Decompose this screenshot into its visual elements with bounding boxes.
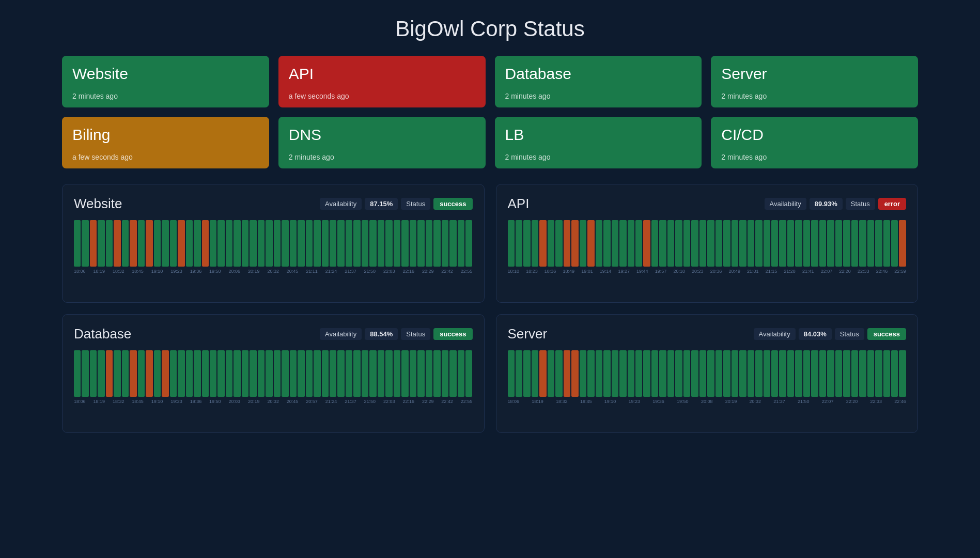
chart-bar xyxy=(883,350,890,397)
chart-time-labels: 18:1018:2318:3618:4919:0119:1419:2719:44… xyxy=(508,269,907,276)
status-card-name: API xyxy=(289,65,475,83)
chart-bar xyxy=(779,350,786,397)
chart-bar xyxy=(210,350,216,397)
chart-label: 20:49 xyxy=(728,269,740,274)
availability-value: 84.03% xyxy=(799,328,832,340)
chart-bar xyxy=(330,220,336,267)
chart-header: Server Availability 84.03% Status succes… xyxy=(508,326,907,342)
chart-bar xyxy=(532,220,538,267)
chart-bar xyxy=(210,220,216,267)
chart-bar xyxy=(138,220,145,267)
availability-label: Availability xyxy=(320,198,362,210)
chart-label: 19:50 xyxy=(677,399,689,404)
chart-bar xyxy=(555,350,562,397)
chart-bar xyxy=(580,350,586,397)
chart-bar xyxy=(787,220,794,267)
chart-bar xyxy=(635,220,642,267)
status-card-time: a few seconds ago xyxy=(72,153,259,161)
chart-bar xyxy=(564,220,570,267)
chart-label: 21:37 xyxy=(345,399,356,404)
chart-bar xyxy=(771,220,778,267)
chart-label: 19:50 xyxy=(209,269,221,274)
status-card-time: a few seconds ago xyxy=(289,92,475,100)
chart-label: 18:19 xyxy=(93,269,105,274)
chart-bar xyxy=(612,350,618,397)
chart-bar xyxy=(449,350,456,397)
chart-bar xyxy=(282,350,288,397)
chart-bar xyxy=(539,220,546,267)
chart-bar xyxy=(314,350,320,397)
chart-label: 22:20 xyxy=(846,399,858,404)
chart-bar xyxy=(596,350,602,397)
chart-bar xyxy=(130,220,136,267)
chart-bars xyxy=(74,220,473,267)
availability-value: 88.54% xyxy=(365,328,398,340)
chart-bar xyxy=(764,220,770,267)
chart-bar xyxy=(465,220,472,267)
chart-label: 19:36 xyxy=(652,399,664,404)
chart-bar xyxy=(691,220,698,267)
chart-label: 18:45 xyxy=(132,399,144,404)
chart-bar xyxy=(258,220,265,267)
status-card-name: DNS xyxy=(289,126,475,144)
chart-bar xyxy=(449,220,456,267)
status-value: error xyxy=(878,198,906,210)
chart-label: 22:59 xyxy=(894,269,906,274)
chart-bar xyxy=(603,220,610,267)
chart-bar xyxy=(827,220,834,267)
chart-bar xyxy=(875,220,882,267)
chart-bar xyxy=(508,350,515,397)
chart-bar xyxy=(835,220,842,267)
chart-bar xyxy=(282,220,288,267)
chart-label: 19:23 xyxy=(628,399,640,404)
chart-bar xyxy=(74,220,81,267)
chart-bar xyxy=(426,220,432,267)
chart-label: 18:32 xyxy=(556,399,568,404)
chart-label: 19:44 xyxy=(636,269,648,274)
status-value: success xyxy=(433,198,472,210)
chart-bar xyxy=(651,220,658,267)
status-value: success xyxy=(433,328,472,340)
chart-label: 18:49 xyxy=(563,269,574,274)
chart-bar xyxy=(353,220,360,267)
chart-bar xyxy=(843,220,850,267)
chart-label: 21:50 xyxy=(364,399,376,404)
charts-grid: Website Availability 87.15% Status succe… xyxy=(0,184,980,433)
availability-value: 89.93% xyxy=(810,198,843,210)
chart-bar xyxy=(226,350,232,397)
chart-bar xyxy=(154,220,161,267)
chart-bar xyxy=(410,350,416,397)
chart-label: 18:06 xyxy=(74,269,86,274)
chart-bar xyxy=(748,220,754,267)
chart-bar xyxy=(667,220,674,267)
chart-bar xyxy=(242,220,248,267)
chart-bar xyxy=(523,350,530,397)
status-label: Status xyxy=(401,198,430,210)
chart-bar xyxy=(803,350,810,397)
status-card-time: 2 minutes ago xyxy=(721,92,908,100)
chart-bar xyxy=(130,350,136,397)
status-card-website: Website 2 minutes ago xyxy=(62,56,269,107)
chart-bar xyxy=(82,350,88,397)
chart-label: 19:10 xyxy=(604,399,616,404)
chart-bar xyxy=(619,220,626,267)
chart-time-labels: 18:0618:1918:3218:4519:1019:2319:3619:50… xyxy=(74,269,473,276)
chart-label: 18:36 xyxy=(545,269,556,274)
chart-label: 20:57 xyxy=(306,399,318,404)
chart-bar xyxy=(787,350,794,397)
status-card-cicd: CI/CD 2 minutes ago xyxy=(711,117,918,168)
status-card-name: Server xyxy=(721,65,908,83)
chart-bar xyxy=(891,220,898,267)
status-card-time: 2 minutes ago xyxy=(505,92,692,100)
chart-bar xyxy=(417,220,424,267)
chart-label: 18:45 xyxy=(132,269,144,274)
chart-bar xyxy=(465,350,472,397)
chart-bar xyxy=(274,220,281,267)
chart-label: 19:23 xyxy=(170,269,182,274)
chart-label: 22:20 xyxy=(839,269,851,274)
chart-label: 18:45 xyxy=(580,399,592,404)
chart-bar xyxy=(337,350,344,397)
chart-label: 21:37 xyxy=(773,399,785,404)
chart-label: 22:46 xyxy=(894,399,906,404)
chart-label: 21:41 xyxy=(802,269,814,274)
